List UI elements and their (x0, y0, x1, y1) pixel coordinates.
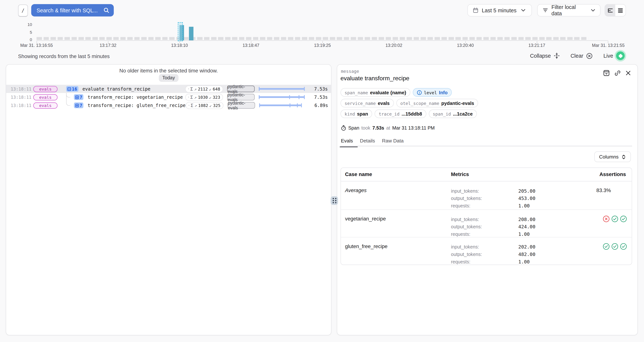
tokens-out: 325 (213, 103, 220, 107)
table-row-gluten-free-recipe[interactable]: gluten_free_recipe input_tokens:202.00 o… (341, 237, 632, 265)
attribute-pill-service-name[interactable]: service_name evals (340, 99, 394, 107)
copy-link-icon[interactable] (614, 70, 620, 76)
col-header-metrics: Metrics (448, 168, 591, 181)
histogram-bar[interactable] (189, 27, 194, 40)
flat-list-view-toggle[interactable] (615, 5, 626, 16)
plus-square-icon (75, 95, 79, 99)
panel-resize-handle[interactable] (330, 196, 338, 205)
tab-evals[interactable]: Evals (341, 138, 353, 147)
assertion-pass-icon (620, 243, 627, 250)
assertion-fail-icon (602, 215, 610, 223)
attribute-pill-kind[interactable]: kind span (340, 109, 372, 118)
y-axis-tick: 5 (22, 31, 32, 35)
span-waterfall-bar[interactable] (259, 86, 305, 91)
x-axis-label: 13:17:32 (100, 43, 116, 48)
table-row-averages[interactable]: Averages input_tokens:205.00 output_toke… (341, 182, 632, 210)
tab-raw-data[interactable]: Raw Data (382, 138, 404, 147)
arrow-up-right-icon: ↗ (194, 103, 197, 107)
service-tag[interactable]: evals (33, 94, 58, 100)
collapse-label: Collapse (530, 53, 551, 59)
service-tag[interactable]: evals (33, 86, 58, 92)
trace-row-child[interactable]: 13:18:11 evals 7 transform_recipe: veget… (6, 93, 331, 101)
slash-shortcut-key[interactable]: / (18, 5, 28, 17)
case-name: gluten_free_recipe (341, 237, 448, 265)
tokens-out: 323 (213, 95, 220, 99)
child-count: 7 (80, 103, 82, 108)
table-row-vegetarian-recipe[interactable]: vegetarian_recipe input_tokens:208.00 ou… (341, 210, 632, 237)
scope-tag[interactable]: pydantic-evals (228, 102, 255, 109)
tab-details[interactable]: Details (360, 138, 375, 147)
sum-icon: Σ (190, 95, 193, 99)
case-name: Averages (341, 182, 448, 210)
attribute-pill-level[interactable]: level Info (413, 88, 452, 97)
case-name: vegetarian_recipe (341, 210, 448, 238)
plus-square-icon (75, 103, 79, 107)
info-icon (417, 90, 422, 95)
service-tag[interactable]: evals (33, 102, 58, 108)
attribute-pill-span-id[interactable]: span_id ...1ca2ce (428, 109, 477, 118)
chevrons-up-down-icon (622, 154, 626, 159)
span-waterfall-bar[interactable] (259, 95, 305, 99)
span-name: evaluate transform_recipe (82, 86, 150, 92)
sum-icon: Σ (190, 86, 193, 91)
records-histogram[interactable]: 10 5 0 Mar 31. 13:16:55 13:17:32 13:18:1… (0, 23, 644, 48)
tokens-out: 648 (213, 87, 220, 91)
scope-tag[interactable]: pydantic-evals (227, 86, 255, 92)
y-axis-tick: 0 (22, 38, 32, 42)
token-coin-icon (188, 95, 189, 99)
span-duration: 6.89s (305, 103, 328, 108)
attribute-pill-span-name[interactable]: span_name evaluate {name} (340, 88, 410, 97)
expand-children-badge[interactable]: 7 (74, 94, 84, 100)
token-stats-pill[interactable]: Σ ↗1030 ↙323 (185, 94, 223, 100)
span-name: transform_recipe: vegetarian_recipe (88, 94, 183, 100)
evals-table: Case name Metrics Assertions Averages in… (340, 167, 632, 265)
live-toggle[interactable]: Live (604, 52, 624, 60)
evals-table-header: Case name Metrics Assertions (341, 168, 632, 182)
row-timestamp: 13:18:11 (10, 86, 29, 91)
live-indicator-icon[interactable] (616, 52, 624, 60)
close-icon[interactable] (626, 70, 631, 76)
search-button-label: Search & filter with SQL... (36, 7, 98, 14)
token-stats-pill[interactable]: Σ ↗2112 ↙648 (185, 85, 223, 92)
span-name: transform_recipe: gluten_free_recipe (88, 103, 186, 108)
search-button[interactable]: Search & filter with SQL... (31, 4, 114, 17)
menu-lines-icon (617, 7, 624, 14)
list-tree-icon (607, 7, 613, 14)
stopwatch-icon (341, 125, 346, 131)
collapse-button[interactable]: Collapse (530, 53, 560, 59)
minus-square-icon (67, 87, 71, 91)
span-duration: 7.53s (305, 94, 328, 100)
assertion-pass-icon (620, 215, 627, 223)
row-timestamp: 13:18:11 (10, 103, 29, 108)
filter-local-data-button[interactable]: Filter local data (537, 4, 600, 17)
x-axis-label: Mar 31. 13:21:55 (592, 43, 624, 48)
open-in-drawer-icon[interactable] (604, 70, 610, 76)
collapse-children-badge[interactable]: 16 (66, 86, 78, 92)
trace-row-child[interactable]: 13:18:11 evals 7 transform_recipe: glute… (6, 101, 331, 109)
tokens-in: 1082 (198, 103, 208, 107)
col-header-assertions: Assertions (592, 168, 632, 181)
filter-local-data-label: Filter local data (552, 4, 586, 17)
attribute-pill-trace-id[interactable]: trace_id ...15ddb8 (374, 109, 426, 118)
token-stats-pill[interactable]: Σ ↗1082 ↙325 (186, 102, 224, 109)
x-axis-label: 13:18:47 (242, 43, 260, 48)
trace-list-panel: No older items in the selected time wind… (6, 64, 332, 335)
columns-button[interactable]: Columns (594, 151, 631, 162)
grip-dots-icon (332, 198, 336, 203)
tree-view-toggle[interactable] (605, 5, 615, 16)
x-axis-label: 13:19:25 (314, 43, 331, 48)
scope-tag[interactable]: pydantic-evals (227, 94, 255, 100)
span-waterfall-bar[interactable] (259, 103, 305, 108)
histogram-selection-brush[interactable] (178, 22, 182, 41)
trace-row-root[interactable]: 13:18:11 evals 16 evaluate transform_rec… (6, 85, 331, 93)
attribute-pill-otel-scope[interactable]: otel_scope_name pydantic-evals (396, 99, 478, 107)
clear-label: Clear (570, 53, 583, 59)
date-chip[interactable]: Today (158, 74, 178, 82)
collapse-vertical-icon (554, 53, 560, 59)
expand-children-badge[interactable]: 7 (74, 102, 84, 108)
clear-button[interactable]: Clear (570, 53, 593, 59)
span-detail-panel: message evaluate transform_recipe span_n… (337, 64, 638, 335)
chevron-down-icon (591, 9, 595, 12)
time-range-button[interactable]: Last 5 minutes (467, 4, 532, 17)
histogram-plot-area[interactable]: Mar 31. 13:16:55 13:17:32 13:18:10 13:18… (36, 25, 608, 41)
